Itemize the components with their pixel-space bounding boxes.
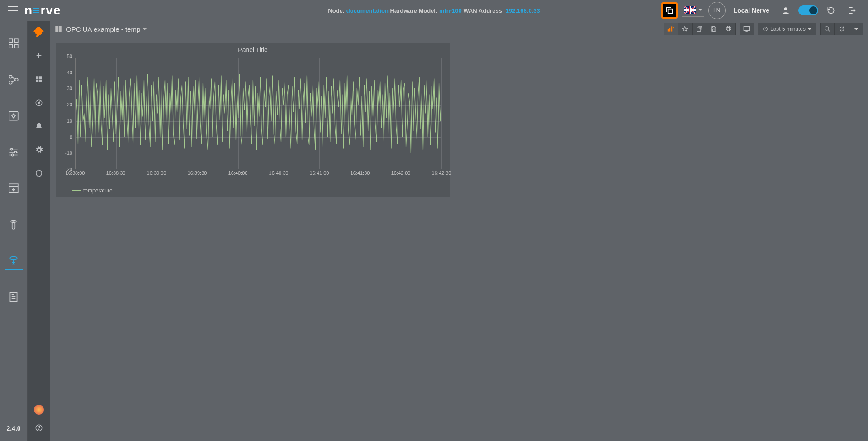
share-button[interactable] (693, 23, 707, 35)
gridline-v (198, 58, 198, 169)
svg-rect-33 (668, 29, 669, 32)
y-tick: 50 (67, 53, 72, 59)
gridline-h (76, 121, 441, 122)
grafana-add-icon[interactable] (32, 49, 46, 62)
gridline-v (238, 58, 239, 169)
svg-rect-21 (10, 292, 17, 302)
instance-name: Local Nerve (734, 7, 769, 14)
chevron-down-icon (854, 28, 858, 30)
node-label: Node (328, 7, 343, 14)
refresh-interval-button[interactable] (849, 23, 863, 35)
grafana-topbar: OPC UA example - temp (50, 21, 868, 37)
chart-area: 50403020100-10-20 16:38:0016:38:3016:39:… (61, 56, 441, 183)
gridline-v (319, 58, 320, 169)
chart-plot[interactable] (75, 58, 441, 169)
zoom-out-button[interactable] (820, 23, 835, 35)
svg-point-6 (784, 7, 787, 10)
cycle-view-button[interactable] (740, 23, 754, 35)
sidebar-config-icon[interactable] (5, 107, 23, 125)
settings-button[interactable] (721, 23, 736, 35)
sidebar-dashboard-icon[interactable] (5, 34, 23, 53)
refresh-button[interactable] (835, 23, 849, 35)
svg-point-41 (825, 27, 829, 30)
dashboard-title: OPC UA example - temp (66, 25, 140, 33)
grafana-config-icon[interactable] (32, 143, 46, 157)
x-tick: 16:40:30 (269, 170, 289, 176)
gridline-h (76, 169, 441, 169)
sidebar-data-icon[interactable] (5, 252, 23, 270)
svg-rect-22 (36, 76, 38, 79)
node-value[interactable]: documentation (346, 7, 389, 14)
gridline-h (76, 105, 441, 106)
svg-point-28 (38, 429, 39, 430)
chevron-down-icon (698, 9, 702, 11)
save-button[interactable] (707, 23, 721, 35)
grafana-admin-icon[interactable] (32, 167, 46, 180)
hamburger-menu-icon[interactable] (8, 6, 18, 14)
svg-point-16 (11, 148, 13, 150)
gridline-v (116, 58, 117, 169)
svg-point-12 (9, 81, 12, 84)
wan-value[interactable]: 192.168.0.33 (506, 7, 540, 14)
dashboard-title-dropdown[interactable]: OPC UA example - temp (66, 25, 147, 33)
grafana-help-icon[interactable] (32, 421, 46, 435)
chart-panel[interactable]: Panel Title 50403020100-10-20 16:38:0016… (56, 43, 450, 197)
grafana-explore-icon[interactable] (32, 96, 46, 110)
panel-title: Panel Title (56, 43, 450, 56)
hw-value[interactable]: mfn-100 (439, 7, 462, 14)
user-badge[interactable]: LN (708, 2, 726, 19)
nerve-topbar: n≡rve Node: documentation Hardware Model… (0, 0, 868, 21)
theme-toggle[interactable] (798, 5, 818, 15)
svg-rect-23 (39, 76, 42, 79)
chevron-down-icon (143, 28, 147, 30)
x-tick: 16:42:30 (432, 170, 451, 176)
svg-rect-24 (36, 80, 38, 82)
y-tick: 0 (70, 134, 72, 140)
add-panel-button[interactable] (664, 23, 678, 35)
user-icon[interactable] (778, 2, 794, 19)
svg-rect-29 (55, 26, 58, 29)
y-tick: 20 (67, 102, 72, 107)
time-range-button[interactable]: Last 5 minutes (758, 23, 816, 35)
chart-legend[interactable]: temperature (56, 186, 450, 197)
svg-rect-30 (59, 26, 62, 29)
svg-rect-38 (713, 29, 715, 32)
grafana-dashboards-icon[interactable] (32, 72, 46, 86)
svg-rect-8 (14, 39, 18, 43)
add-panel-icon (667, 26, 674, 32)
x-tick: 16:42:00 (391, 170, 411, 176)
sidebar-remote-icon[interactable] (5, 216, 23, 234)
clock-icon (763, 26, 768, 32)
sidebar-license-icon[interactable] (5, 288, 23, 306)
star-button[interactable] (678, 23, 693, 35)
x-tick: 16:41:30 (351, 170, 370, 176)
gridline-v (157, 58, 157, 169)
grafana-user-avatar[interactable] (34, 405, 44, 415)
sidebar-sliders-icon[interactable] (5, 143, 23, 161)
x-tick: 16:38:30 (106, 170, 126, 176)
dashboards-grid-icon[interactable] (54, 25, 62, 33)
sidebar-network-icon[interactable] (5, 71, 23, 89)
gridline-v (279, 58, 279, 169)
gridline-h (76, 58, 441, 58)
svg-rect-20 (12, 223, 15, 229)
gridline-v (360, 58, 360, 169)
svg-rect-7 (9, 39, 13, 43)
gridline-v (76, 58, 76, 169)
gridline-h (76, 137, 441, 138)
grafana-alerting-icon[interactable] (32, 120, 46, 133)
language-selector[interactable] (682, 5, 704, 17)
svg-rect-0 (668, 9, 672, 14)
svg-point-17 (14, 151, 16, 153)
gridline-h (76, 74, 441, 74)
uk-flag-icon (684, 6, 696, 14)
logout-icon[interactable] (844, 2, 860, 19)
sidebar-download-icon[interactable] (5, 179, 23, 197)
y-axis: 50403020100-10-20 (61, 56, 74, 169)
svg-rect-32 (59, 29, 62, 32)
y-tick: 40 (67, 70, 72, 75)
copy-to-clipboard-button[interactable] (661, 2, 678, 19)
svg-rect-31 (55, 29, 58, 32)
reboot-icon[interactable] (823, 2, 839, 19)
grafana-logo-icon[interactable] (32, 25, 46, 39)
